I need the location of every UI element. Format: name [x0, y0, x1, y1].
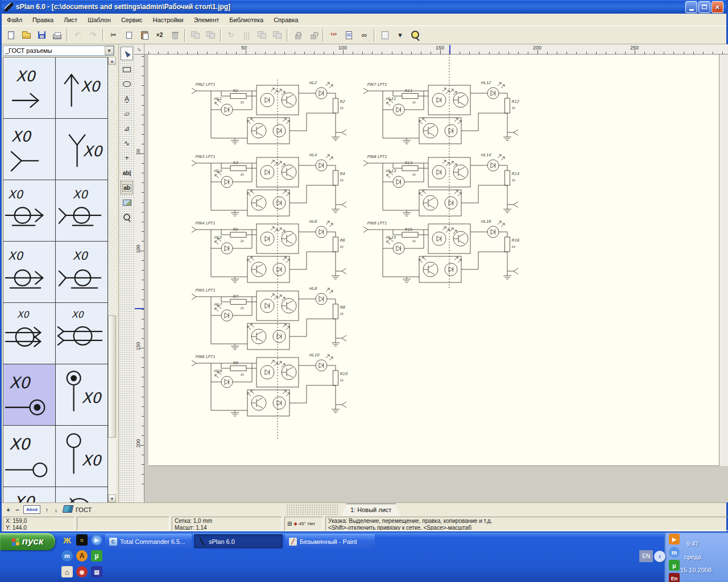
tray-expand-icon[interactable]: ‹	[654, 551, 665, 562]
utorrent-tray-icon[interactable]: µ	[669, 560, 680, 571]
pen-color-icon[interactable]: ◆	[293, 521, 297, 527]
new-file-button[interactable]	[4, 28, 18, 42]
library-select[interactable]: _ГОСТ разъемы ▼	[3, 45, 114, 56]
circuit-block-pin2-lpt1[interactable]: PIN2 LPT1HL1R11kHL2R21k	[192, 81, 346, 144]
menu-item-7[interactable]: Элемент	[188, 15, 224, 25]
circuit-block-pin8-lpt1[interactable]: PIN8 LPT1HL13R131kHL14R141k	[363, 153, 519, 216]
clock-time[interactable]: 9:47	[686, 541, 698, 547]
textbox-tool[interactable]: ab	[121, 181, 133, 194]
library-cell-circle-double-arrow[interactable]: X0	[3, 303, 56, 364]
media-player-icon[interactable]: ▶	[91, 534, 102, 546]
library-cell-fork-circle-line[interactable]: X0	[56, 242, 108, 303]
console-icon[interactable]: ≈	[76, 534, 88, 546]
select-tool[interactable]	[121, 47, 133, 60]
scrollbar-track[interactable]	[108, 65, 116, 315]
sheet-tab[interactable]: 1: Новый лист	[341, 504, 400, 516]
move-up-button[interactable]: ↑	[43, 505, 51, 514]
close-button[interactable]: ×	[712, 1, 723, 13]
node-tool[interactable]: +	[121, 151, 133, 165]
polygon-tool[interactable]: ▱	[121, 107, 133, 120]
menu-item-6[interactable]: Настройки	[148, 15, 189, 25]
library-cell-socket-open[interactable]: X0	[3, 426, 56, 487]
antivirus-icon[interactable]: A	[76, 550, 88, 562]
move-down-button[interactable]: ↓	[52, 505, 60, 514]
angle-value[interactable]: 45°	[299, 521, 306, 527]
messenger-tray-icon[interactable]: m	[669, 547, 680, 558]
menu-item-1[interactable]: Файл	[2, 15, 27, 25]
chevron-down-icon[interactable]: ▼	[105, 46, 114, 55]
menu-item-8[interactable]: Библиотека	[224, 15, 268, 25]
bezier-tool[interactable]: ∿	[121, 136, 133, 150]
title-bar[interactable]: sPlan 6.0 - [c:\documents and settings\a…	[2, 0, 726, 14]
library-cell-double-fork-circle[interactable]: X0	[56, 303, 108, 364]
menu-item-5[interactable]: Сервис	[116, 15, 148, 25]
remove-component-button[interactable]: −	[13, 505, 22, 514]
taskbar-task-1[interactable]: CTotal Commander 6.5...	[105, 534, 192, 548]
special-shape-tool[interactable]: A̰	[121, 92, 133, 106]
language-indicator[interactable]: EN	[639, 550, 653, 562]
scrollbar-thumb[interactable]	[108, 315, 116, 438]
ellipse-tool[interactable]	[121, 77, 133, 91]
duplicate-button[interactable]: ×2	[152, 28, 167, 42]
circuit-block-pin4-lpt1[interactable]: PIN4 LPT1HL5R51kHL6R61k	[192, 219, 346, 282]
print-button[interactable]	[50, 28, 64, 42]
circuit-block-pin6-lpt1[interactable]: PIN6 LPT1HL9R91kHL10R101k	[192, 353, 348, 416]
library-cell-socket-open-up[interactable]: X0	[56, 426, 108, 487]
circuit-schematic[interactable]: PIN2 LPT1HL1R11kHL2R21kPIN3 LPT1HL3R31kH…	[134, 44, 728, 502]
circuit-block-pin3-lpt1[interactable]: PIN3 LPT1HL3R31kHL4R41k	[192, 153, 346, 216]
taskbar-task-3[interactable]: ╱Безымянный - Paint	[285, 534, 375, 548]
menu-item-9[interactable]: Справка	[268, 15, 303, 25]
paste-button[interactable]	[137, 28, 151, 42]
the-bat-icon[interactable]: Ж	[61, 534, 73, 546]
cut-button[interactable]: ✂	[106, 28, 121, 42]
minimize-button[interactable]	[685, 1, 697, 13]
dropdown-arrow-button[interactable]: ▾	[393, 28, 407, 42]
open-folder-button[interactable]	[19, 28, 34, 42]
library-book-icon[interactable]	[63, 505, 74, 513]
taskbar-task-2[interactable]: ╲sPlan 6.0	[194, 534, 283, 548]
maxthon-icon[interactable]: m	[61, 550, 73, 562]
home-icon[interactable]: ⌂	[61, 566, 73, 577]
library-cell-circle-arrow[interactable]: X0	[3, 180, 56, 242]
library-cell-socket-filled-up[interactable]: X0	[56, 364, 108, 426]
library-cell-fork-right[interactable]: X0	[3, 119, 56, 180]
copy-button[interactable]	[122, 28, 136, 42]
schematic-canvas[interactable]: 50100150200250 50100150200 ⇘ PIN2 LPT1HL…	[134, 44, 728, 502]
library-cell-socket-filled[interactable]: X0	[3, 364, 56, 426]
circuit-block-pin5-lpt1[interactable]: PIN5 LPT1HL7R71kHL8R81k	[192, 286, 346, 350]
keyboard-layout-tray-icon[interactable]: En	[669, 573, 680, 582]
scroll-down-icon[interactable]: ▼	[108, 494, 116, 502]
rename-button[interactable]: Abcd	[23, 505, 40, 514]
add-component-button[interactable]: +	[4, 505, 13, 514]
utorrent-icon[interactable]: µ	[91, 550, 102, 562]
grid-page-button[interactable]	[378, 28, 392, 42]
player-tray-icon[interactable]: ▶	[669, 534, 680, 544]
library-cell-partial-x0[interactable]: X0	[3, 487, 56, 502]
library-cell-arrow-up[interactable]: X0	[56, 57, 108, 119]
renumber-button[interactable]: ¹²³	[326, 28, 341, 42]
burner-icon[interactable]: ◉	[76, 566, 88, 577]
circuit-block-pin7-lpt1[interactable]: PIN7 LPT1HL11R111kHL12R121k	[363, 81, 519, 144]
zoom-button[interactable]	[408, 28, 423, 42]
save-button[interactable]	[35, 28, 49, 42]
menu-item-4[interactable]: Шаблон	[82, 15, 116, 25]
restore-button[interactable]	[698, 1, 710, 13]
snap-grid-icon[interactable]: ⊞	[287, 521, 292, 527]
start-button[interactable]: пуск	[0, 533, 55, 550]
image-tool[interactable]	[121, 196, 133, 209]
library-scrollbar[interactable]: ▲ ▼	[108, 57, 116, 502]
scroll-up-icon[interactable]: ▲	[108, 57, 116, 65]
menu-item-2[interactable]: Правка	[27, 15, 59, 25]
text-tool[interactable]: ab|	[121, 166, 133, 180]
library-cell-partial-crossed[interactable]	[56, 487, 108, 502]
backup-icon[interactable]: ▤	[91, 566, 102, 577]
rectangle-tool[interactable]	[121, 63, 133, 76]
library-cell-arrow-right[interactable]: X0	[3, 57, 56, 119]
library-cell-fork-up[interactable]: X0	[56, 119, 108, 180]
library-cell-fork-circle[interactable]: X0	[56, 180, 108, 242]
rotation-value[interactable]: Нет	[308, 521, 316, 527]
zoom-tool[interactable]	[121, 210, 133, 224]
search-button[interactable]: ∞	[357, 28, 371, 42]
polyline-tool[interactable]: ⊿	[121, 122, 133, 135]
parts-list-button[interactable]	[342, 28, 356, 42]
